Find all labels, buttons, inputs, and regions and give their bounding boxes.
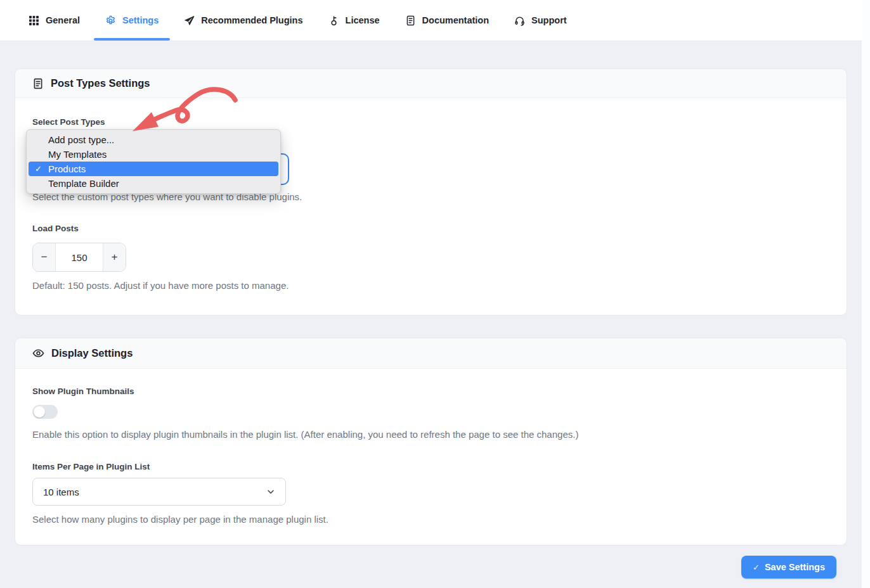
dropdown-option-add-post-type[interactable]: Add post type... (27, 132, 280, 147)
load-posts-stepper: − 150 + (32, 243, 126, 272)
post-types-dropdown-menu: Add post type... My Templates ✓ Products… (26, 129, 281, 194)
display-card-header: Display Settings (15, 338, 847, 369)
tab-settings[interactable]: Settings (93, 0, 171, 41)
card-title: Display Settings (51, 347, 133, 359)
show-thumbnails-toggle[interactable] (32, 405, 58, 419)
tab-label: Recommended Plugins (201, 15, 302, 25)
items-per-page-select[interactable]: 10 items (32, 478, 286, 506)
items-per-page-value: 10 items (43, 487, 79, 497)
tab-license[interactable]: License (316, 0, 393, 41)
save-settings-button[interactable]: ✓ Save Settings (741, 556, 836, 578)
items-per-page-label: Items Per Page in Plugin List (32, 462, 150, 471)
select-post-types-label: Select Post Types (32, 117, 105, 127)
gear-icon (105, 15, 116, 26)
increment-button[interactable]: + (103, 243, 126, 271)
post-types-card-body: Select Post Types Add post type... My Te… (15, 98, 847, 315)
tab-label: Settings (122, 15, 159, 25)
paper-plane-icon (184, 15, 195, 26)
headset-icon (514, 15, 525, 26)
post-types-card-header: Post Types Settings (15, 69, 847, 98)
top-nav: General Settings Recommended Plugins Lic… (0, 0, 870, 41)
display-settings-card: Display Settings Show Plugin Thumbnails … (15, 338, 847, 546)
save-settings-label: Save Settings (765, 562, 825, 572)
tab-label: General (46, 15, 80, 25)
tab-recommended-plugins[interactable]: Recommended Plugins (171, 0, 315, 41)
decrement-button[interactable]: − (33, 243, 56, 271)
post-types-settings-card: Post Types Settings Select Post Types Ad… (15, 68, 847, 316)
tab-label: Documentation (422, 15, 490, 25)
key-icon (328, 15, 339, 26)
show-thumbnails-help: Enable this option to display plugin thu… (32, 429, 578, 440)
check-icon: ✓ (753, 563, 760, 572)
tab-support[interactable]: Support (502, 0, 580, 41)
dropdown-option-my-templates[interactable]: My Templates (27, 147, 280, 162)
load-posts-label: Load Posts (32, 224, 79, 233)
items-per-page-help: Select how many plugins to display per p… (32, 514, 328, 525)
settings-page: Post Types Settings Select Post Types Ad… (15, 68, 847, 578)
tab-documentation[interactable]: Documentation (393, 0, 502, 41)
tab-label: License (346, 15, 380, 25)
footer-actions: ✓ Save Settings (15, 546, 847, 578)
scrollbar-track[interactable] (862, 0, 870, 588)
show-thumbnails-label: Show Plugin Thumbnails (32, 387, 134, 396)
dropdown-option-products[interactable]: ✓ Products (29, 162, 278, 176)
document-lines-icon (32, 78, 44, 89)
display-card-body: Show Plugin Thumbnails Enable this optio… (15, 369, 847, 545)
tab-label: Support (531, 15, 567, 25)
load-posts-value[interactable]: 150 (56, 243, 103, 271)
eye-icon (32, 347, 44, 359)
document-icon (405, 15, 416, 26)
load-posts-help: Default: 150 posts. Adjust if you have m… (32, 280, 289, 291)
tab-general[interactable]: General (16, 0, 93, 41)
dropdown-option-template-builder[interactable]: Template Builder (27, 176, 280, 191)
toggle-knob (34, 406, 45, 418)
card-title: Post Types Settings (51, 77, 150, 89)
check-icon: ✓ (35, 162, 42, 176)
chevron-down-icon (266, 487, 275, 496)
grid-icon (29, 15, 39, 26)
